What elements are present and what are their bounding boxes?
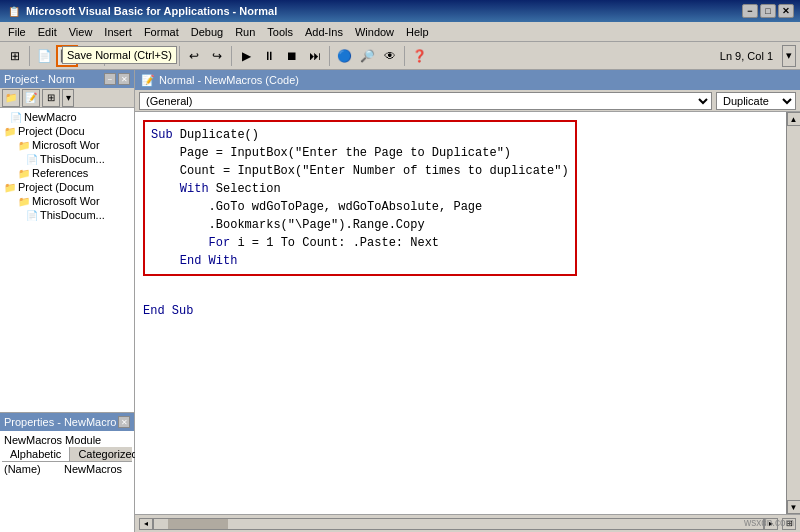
tree-label-msword2: Microsoft Wor bbox=[32, 195, 100, 207]
toolbar-insert-module[interactable]: 📄 bbox=[33, 45, 55, 67]
tree-item-references[interactable]: 📁 References bbox=[2, 166, 132, 180]
menu-insert[interactable]: Insert bbox=[98, 22, 138, 41]
tree-item-msword1[interactable]: 📁 Microsoft Wor bbox=[2, 138, 132, 152]
tree-item-project2[interactable]: 📁 Project (Docum bbox=[2, 180, 132, 194]
properties-close-btn[interactable]: ✕ bbox=[118, 416, 130, 428]
tree-toolbar: 📁 📝 ⊞ ▾ bbox=[0, 88, 134, 108]
toolbar-redo[interactable]: ↪ bbox=[206, 45, 228, 67]
tree-item-newmacro[interactable]: 📄 NewMacro bbox=[2, 110, 132, 124]
toolbar-quickwatch[interactable]: 👁 bbox=[379, 45, 401, 67]
tree-icon-references: 📁 bbox=[18, 168, 30, 179]
toolbar-help[interactable]: ❓ bbox=[408, 45, 430, 67]
toolbar-sep-6 bbox=[404, 46, 405, 66]
module-label: NewMacros Module bbox=[2, 433, 132, 447]
menu-file[interactable]: File bbox=[2, 22, 32, 41]
project-header-label: Project - Norm bbox=[4, 73, 75, 85]
menu-window[interactable]: Window bbox=[349, 22, 400, 41]
tree-icon-project2: 📁 bbox=[4, 182, 16, 193]
tree-label-thisdocument2: ThisDocum... bbox=[40, 209, 105, 221]
code-header-label: Normal - NewMacros (Code) bbox=[159, 74, 299, 86]
code-line-4: With Selection bbox=[151, 180, 569, 198]
title-bar: 📋 Microsoft Visual Basic for Application… bbox=[0, 0, 800, 22]
menu-view[interactable]: View bbox=[63, 22, 99, 41]
tree-label-thisdocument1: ThisDocum... bbox=[40, 153, 105, 165]
scroll-up-arrow[interactable]: ▲ bbox=[787, 112, 801, 126]
toolbar-reset[interactable]: ⏹ bbox=[281, 45, 303, 67]
tree-item-msword2[interactable]: 📁 Microsoft Wor bbox=[2, 194, 132, 208]
project-minimize-btn[interactable]: − bbox=[104, 73, 116, 85]
properties-header: Properties - NewMacro ✕ bbox=[0, 413, 134, 431]
tree-label-project1: Project (Docu bbox=[18, 125, 85, 137]
toolbar-step[interactable]: ⏭ bbox=[304, 45, 326, 67]
right-scrollbar: ▲ ▼ bbox=[786, 112, 800, 514]
editor-bottom: ◂ ▸ ⊞ bbox=[135, 514, 800, 532]
tree-icon-thisdocument1: 📄 bbox=[26, 154, 38, 165]
tree-code-btn[interactable]: 📝 bbox=[22, 89, 40, 107]
watermark: wsxdn.com bbox=[744, 517, 794, 528]
code-line-5: .GoTo wdGoToPage, wdGoToAbsolute, Page bbox=[151, 198, 569, 216]
menu-debug[interactable]: Debug bbox=[185, 22, 229, 41]
left-panel: Project - Norm − ✕ 📁 📝 ⊞ ▾ 📄 NewMacro 📁 … bbox=[0, 70, 135, 532]
tree-icon-thisdocument2: 📄 bbox=[26, 210, 38, 221]
editor-area: 📝 Normal - NewMacros (Code) (General) Du… bbox=[135, 70, 800, 532]
tree-view-btn[interactable]: 📁 bbox=[2, 89, 20, 107]
main-container: Project - Norm − ✕ 📁 📝 ⊞ ▾ 📄 NewMacro 📁 … bbox=[0, 70, 800, 532]
tree-item-thisdocument2[interactable]: 📄 ThisDocum... bbox=[2, 208, 132, 222]
code-box: Sub Duplicate() Page = InputBox("Enter t… bbox=[143, 120, 577, 276]
project-close-btn[interactable]: ✕ bbox=[118, 73, 130, 85]
toolbar-run[interactable]: ▶ bbox=[235, 45, 257, 67]
properties-header-label: Properties - NewMacro bbox=[4, 416, 116, 428]
scroll-left-arrow[interactable]: ◂ bbox=[139, 518, 153, 530]
tree-icon-project1: 📁 bbox=[4, 126, 16, 137]
menu-run[interactable]: Run bbox=[229, 22, 261, 41]
menu-help[interactable]: Help bbox=[400, 22, 435, 41]
tree-icon-newmacro: 📄 bbox=[10, 112, 22, 123]
tree-item-project1[interactable]: 📁 Project (Docu bbox=[2, 124, 132, 138]
code-line-2: Page = InputBox("Enter the Page to Dupli… bbox=[151, 144, 569, 162]
toolbar-undo[interactable]: ↩ bbox=[183, 45, 205, 67]
code-header-icon: 📝 bbox=[141, 74, 155, 87]
code-header: 📝 Normal - NewMacros (Code) bbox=[135, 70, 800, 90]
code-line-3: Count = InputBox("Enter Number of times … bbox=[151, 162, 569, 180]
scroll-down-arrow[interactable]: ▼ bbox=[787, 500, 801, 514]
tree-item-thisdocument1[interactable]: 📄 ThisDocum... bbox=[2, 152, 132, 166]
prop-name-label: (Name) bbox=[4, 463, 64, 475]
tree-toggle-btn[interactable]: ⊞ bbox=[42, 89, 60, 107]
toolbar-break[interactable]: ⏸ bbox=[258, 45, 280, 67]
tree-scroll-up[interactable]: ▾ bbox=[62, 89, 74, 107]
prop-name-value: NewMacros bbox=[64, 463, 130, 475]
code-line-blank bbox=[143, 284, 778, 302]
app-icon: 📋 bbox=[6, 3, 22, 19]
close-button[interactable]: ✕ bbox=[778, 4, 794, 18]
code-dropdown-left[interactable]: (General) bbox=[139, 92, 712, 110]
code-dropdown-right[interactable]: Duplicate bbox=[716, 92, 796, 110]
menu-format[interactable]: Format bbox=[138, 22, 185, 41]
tree-icon-msword2: 📁 bbox=[18, 196, 30, 207]
code-line-7: For i = 1 To Count: .Paste: Next bbox=[151, 234, 569, 252]
prop-tab-alphabetic[interactable]: Alphabetic bbox=[2, 447, 70, 461]
project-panel-header: Project - Norm − ✕ bbox=[0, 70, 134, 88]
tree-label-project2: Project (Docum bbox=[18, 181, 94, 193]
toolbar-sep-4 bbox=[231, 46, 232, 66]
code-editor[interactable]: Sub Duplicate() Page = InputBox("Enter t… bbox=[135, 112, 786, 514]
toolbar-view-project[interactable]: ⊞ bbox=[4, 45, 26, 67]
menu-tools[interactable]: Tools bbox=[261, 22, 299, 41]
project-tree: 📄 NewMacro 📁 Project (Docu 📁 Microsoft W… bbox=[0, 108, 134, 412]
editor-main: Sub Duplicate() Page = InputBox("Enter t… bbox=[135, 112, 800, 514]
maximize-button[interactable]: □ bbox=[760, 4, 776, 18]
tree-icon-msword1: 📁 bbox=[18, 140, 30, 151]
toolbar-watch[interactable]: 🔎 bbox=[356, 45, 378, 67]
tree-label-references: References bbox=[32, 167, 88, 179]
toolbar-breakpoint[interactable]: 🔵 bbox=[333, 45, 355, 67]
save-tooltip: Save Normal (Ctrl+S) bbox=[62, 46, 177, 64]
scroll-track-horizontal bbox=[153, 518, 764, 530]
properties-content: NewMacros Module Alphabetic Categorized … bbox=[0, 431, 134, 532]
tree-label-newmacro: NewMacro bbox=[24, 111, 77, 123]
scroll-track-vertical bbox=[788, 126, 800, 500]
menu-addins[interactable]: Add-Ins bbox=[299, 22, 349, 41]
tree-label-msword1: Microsoft Wor bbox=[32, 139, 100, 151]
toolbar-status: Ln 9, Col 1 bbox=[720, 50, 779, 62]
menu-edit[interactable]: Edit bbox=[32, 22, 63, 41]
toolbar-sep-5 bbox=[329, 46, 330, 66]
minimize-button[interactable]: − bbox=[742, 4, 758, 18]
